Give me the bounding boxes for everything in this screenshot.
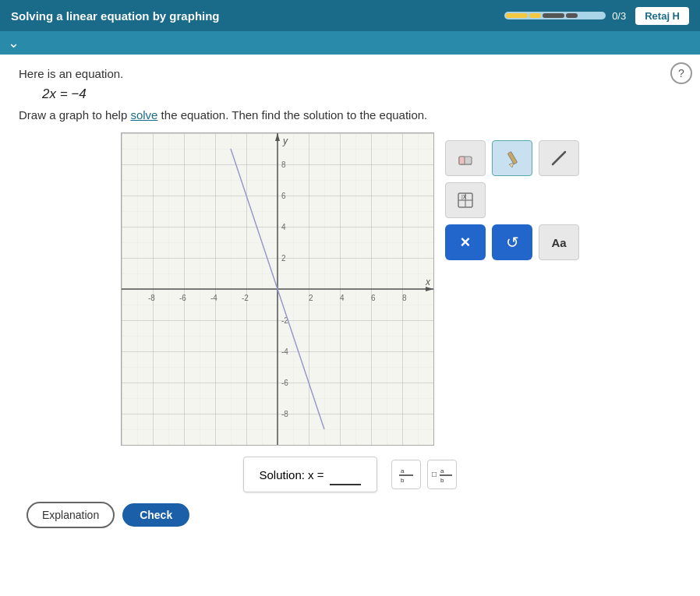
- grid-icon: |X: [454, 189, 476, 211]
- main-content: ? Here is an equation. 2x = −4 Draw a gr…: [0, 55, 700, 596]
- svg-text:2: 2: [309, 294, 313, 302]
- svg-text:x: x: [425, 277, 431, 287]
- svg-rect-28: [507, 152, 517, 164]
- svg-text:-6: -6: [281, 379, 288, 387]
- fraction-icon: a b: [397, 465, 415, 484]
- svg-text:b: b: [440, 477, 444, 484]
- tools-row-2: |X: [445, 182, 579, 218]
- svg-text:a: a: [401, 467, 405, 474]
- solve-link[interactable]: solve: [130, 108, 157, 122]
- eraser-icon: [454, 147, 476, 169]
- progress-bar: [504, 12, 606, 19]
- solution-input[interactable]: [330, 464, 361, 485]
- bottom-row: Explanation Check: [19, 502, 681, 528]
- draw-instruction: Draw a graph to help solve the equation.…: [19, 108, 681, 122]
- header-title: Solving a linear equation by graphing: [11, 9, 220, 23]
- dropdown-row: ⌄: [0, 31, 700, 55]
- undo-button[interactable]: ↺: [492, 224, 532, 260]
- retaj-button[interactable]: Retaj H: [635, 7, 689, 25]
- grid-button[interactable]: |X: [445, 182, 486, 218]
- draw-instruction-post: the equation. Then find the solution to …: [157, 108, 427, 122]
- tools-row-3: × ↺ Aa: [445, 224, 579, 260]
- solution-label: Solution: x =: [260, 468, 324, 481]
- svg-text:6: 6: [371, 294, 376, 302]
- math-buttons: a b □ a b: [391, 460, 457, 489]
- header-right: 0/3 Retaj H: [504, 7, 689, 25]
- svg-text:-2: -2: [242, 294, 249, 302]
- text-button[interactable]: Aa: [539, 224, 579, 260]
- tools-row-1: [445, 140, 579, 176]
- explanation-button[interactable]: Explanation: [27, 502, 115, 528]
- header: Solving a linear equation by graphing 0/…: [0, 0, 700, 31]
- graph-container[interactable]: 2 4 6 8 -2 -4 -6 -8 2 4 6 8 -2 -4 -6 -8 …: [121, 132, 434, 446]
- svg-text:b: b: [401, 477, 405, 484]
- svg-text:-4: -4: [281, 347, 288, 356]
- check-button[interactable]: Check: [122, 503, 189, 527]
- svg-text:-6: -6: [179, 294, 186, 302]
- svg-rect-26: [459, 157, 465, 164]
- svg-text:y: y: [282, 136, 288, 146]
- help-button[interactable]: ?: [670, 62, 692, 84]
- svg-text:|X: |X: [461, 194, 467, 200]
- draw-instruction-pre: Draw a graph to help: [19, 108, 130, 122]
- fraction-button[interactable]: a b: [391, 460, 421, 489]
- eraser-button[interactable]: [445, 140, 486, 176]
- pencil-icon: [501, 147, 523, 169]
- solution-box: Solution: x =: [243, 457, 378, 492]
- svg-text:-8: -8: [281, 410, 288, 418]
- svg-text:-4: -4: [210, 294, 217, 302]
- svg-text:4: 4: [340, 294, 345, 302]
- mixed-number-icon: □ a b: [430, 465, 454, 484]
- undo-icon: ↺: [506, 233, 519, 252]
- pencil-button[interactable]: [492, 140, 532, 176]
- svg-text:-8: -8: [148, 294, 155, 302]
- ruler-button[interactable]: [539, 140, 579, 176]
- svg-marker-29: [509, 163, 514, 168]
- delete-icon: ×: [461, 232, 471, 252]
- svg-text:□: □: [432, 470, 437, 478]
- mixed-number-button[interactable]: □ a b: [427, 460, 457, 489]
- progress-bar-container: 0/3: [504, 10, 626, 22]
- instruction-text: Here is an equation.: [19, 67, 681, 80]
- ruler-icon: [548, 147, 570, 169]
- graph-svg[interactable]: 2 4 6 8 -2 -4 -6 -8 2 4 6 8 -2 -4 -6 -8 …: [122, 133, 433, 445]
- delete-button[interactable]: ×: [445, 224, 486, 260]
- svg-text:2: 2: [281, 254, 286, 263]
- equation-display: 2x = −4: [42, 86, 681, 102]
- svg-text:8: 8: [281, 160, 286, 169]
- svg-text:6: 6: [281, 192, 286, 200]
- dropdown-icon[interactable]: ⌄: [8, 34, 19, 51]
- text-icon: Aa: [551, 236, 566, 249]
- equation-text: 2x = −4: [42, 86, 87, 101]
- graph-area: 2 4 6 8 -2 -4 -6 -8 2 4 6 8 -2 -4 -6 -8 …: [19, 132, 681, 446]
- svg-text:8: 8: [402, 294, 407, 302]
- svg-text:a: a: [440, 467, 444, 474]
- solution-row: Solution: x = a b □ a b: [19, 457, 681, 492]
- progress-score: 0/3: [612, 10, 626, 22]
- svg-text:4: 4: [281, 223, 286, 231]
- tools-panel: |X × ↺ Aa: [445, 140, 579, 260]
